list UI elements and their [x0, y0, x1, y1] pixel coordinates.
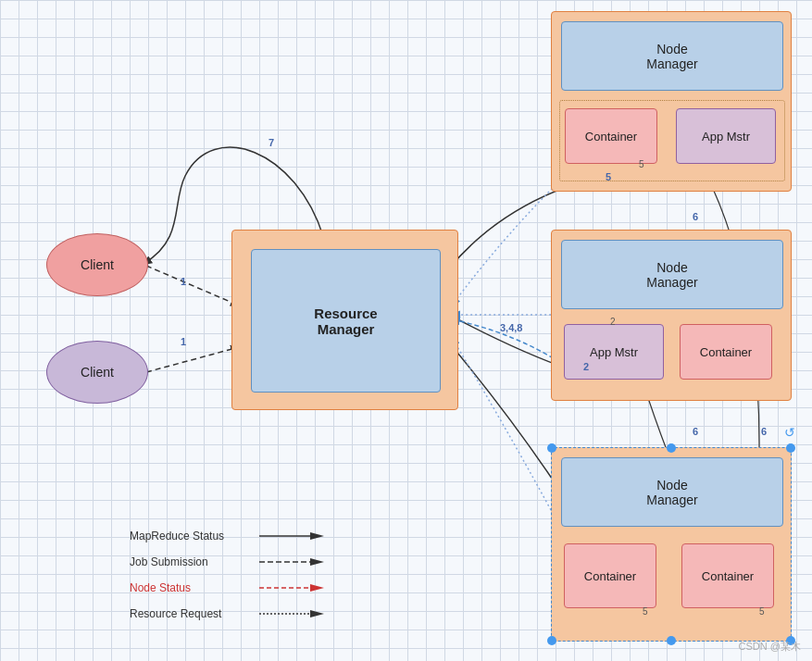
label-1b: 1: [181, 336, 186, 347]
legend-jobsubmission-label: Job Submission: [130, 555, 250, 568]
nm3-container-left: Container: [564, 543, 656, 608]
svg-line-0: [146, 266, 239, 306]
client1-ellipse: Client: [46, 233, 148, 296]
legend-resourcerequest-label: Resource Request: [130, 607, 250, 620]
nm1-outer: NodeManager Container App Mstr 5: [551, 11, 792, 192]
legend-nodestatus-label: Node Status: [130, 581, 250, 594]
svg-line-1: [146, 347, 239, 372]
nm1-appmaster: App Mstr: [676, 108, 776, 164]
nm1-label: NodeManager: [561, 21, 783, 91]
svg-marker-7: [310, 584, 324, 592]
legend-item-jobsubmission: Job Submission: [130, 555, 324, 568]
legend-mapreduce-label: MapReduce Status: [130, 530, 250, 543]
legend-item-resourcerequest: Resource Request: [130, 607, 324, 620]
label-348: 3,4,8: [500, 322, 522, 333]
svg-marker-9: [310, 610, 324, 617]
nm2-label: NodeManager: [561, 240, 783, 309]
legend: MapReduce Status Job Submission Node Sta…: [130, 530, 324, 633]
client2-label: Client: [81, 365, 114, 380]
nm3-container-right: Container: [681, 543, 774, 608]
label-1a: 1: [181, 276, 186, 287]
rm-outer: ResourceManager: [231, 230, 458, 410]
nm2-outer: NodeManager App Mstr Container 2: [551, 230, 792, 401]
resource-manager-box: ResourceManager: [251, 249, 441, 393]
client1-label: Client: [81, 257, 114, 272]
diagram-canvas: NodeManager Container App Mstr 5 NodeMan…: [0, 0, 812, 661]
label-6b: 6: [693, 426, 698, 437]
nm2-appmaster: App Mstr: [564, 324, 664, 380]
label-6c: 6: [761, 426, 767, 437]
label-6a: 6: [693, 211, 698, 222]
watermark: CSDN @某木: [739, 640, 801, 654]
nm3-label: NodeManager: [561, 457, 783, 527]
legend-item-mapreduce: MapReduce Status: [130, 530, 324, 543]
svg-marker-3: [310, 532, 324, 540]
client2-ellipse: Client: [46, 341, 148, 404]
label-2: 2: [583, 361, 589, 372]
legend-item-nodestatus: Node Status: [130, 581, 324, 594]
nm2-container: Container: [680, 324, 772, 380]
label-7: 7: [269, 137, 274, 148]
svg-marker-5: [310, 558, 324, 566]
nm1-container: Container: [565, 108, 657, 164]
label-5a: 5: [606, 171, 611, 182]
nm3-outer: NodeManager Container Container 5 5 ↺: [551, 447, 792, 642]
